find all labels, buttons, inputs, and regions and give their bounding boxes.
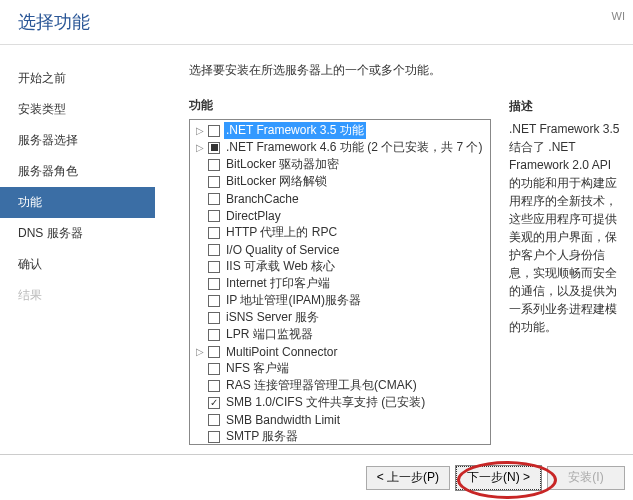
- feature-label[interactable]: BranchCache: [224, 192, 301, 206]
- features-tree[interactable]: ▷.NET Framework 3.5 功能▷.NET Framework 4.…: [189, 119, 491, 445]
- feature-label[interactable]: RAS 连接管理器管理工具包(CMAK): [224, 377, 419, 394]
- feature-label[interactable]: IIS 可承载 Web 核心: [224, 258, 337, 275]
- feature-label[interactable]: iSNS Server 服务: [224, 309, 321, 326]
- feature-label[interactable]: BitLocker 驱动器加密: [224, 156, 341, 173]
- feature-tree-item[interactable]: IP 地址管理(IPAM)服务器: [190, 292, 490, 309]
- sidebar-step[interactable]: 安装类型: [0, 94, 155, 125]
- feature-tree-item[interactable]: ▷MultiPoint Connector: [190, 343, 490, 360]
- feature-label[interactable]: BitLocker 网络解锁: [224, 173, 329, 190]
- header-divider: [0, 44, 633, 45]
- features-section-label: 功能: [189, 97, 491, 114]
- sidebar-step[interactable]: 服务器选择: [0, 125, 155, 156]
- feature-tree-item[interactable]: SMB Bandwidth Limit: [190, 411, 490, 428]
- feature-checkbox[interactable]: [208, 363, 220, 375]
- feature-checkbox[interactable]: [208, 329, 220, 341]
- feature-tree-item[interactable]: SMB 1.0/CIFS 文件共享支持 (已安装): [190, 394, 490, 411]
- feature-tree-item[interactable]: Internet 打印客户端: [190, 275, 490, 292]
- feature-tree-item[interactable]: LPR 端口监视器: [190, 326, 490, 343]
- instruction-text: 选择要安装在所选服务器上的一个或多个功能。: [189, 62, 491, 79]
- feature-tree-item[interactable]: RAS 连接管理器管理工具包(CMAK): [190, 377, 490, 394]
- feature-label[interactable]: HTTP 代理上的 RPC: [224, 224, 339, 241]
- tree-expander-icon[interactable]: ▷: [194, 142, 206, 153]
- feature-tree-item[interactable]: IIS 可承载 Web 核心: [190, 258, 490, 275]
- feature-checkbox[interactable]: [208, 210, 220, 222]
- feature-label[interactable]: MultiPoint Connector: [224, 345, 339, 359]
- header-corner-text: WI: [612, 10, 625, 22]
- description-text: .NET Framework 3.5 结合了 .NET Framework 2.…: [509, 120, 623, 336]
- next-button[interactable]: 下一步(N) >: [456, 466, 541, 490]
- wizard-footer: < 上一步(P) 下一步(N) > 安装(I): [0, 454, 633, 500]
- sidebar-step[interactable]: 功能: [0, 187, 155, 218]
- feature-label[interactable]: .NET Framework 4.6 功能 (2 个已安装，共 7 个): [224, 139, 484, 156]
- feature-checkbox[interactable]: [208, 397, 220, 409]
- tree-expander-icon[interactable]: ▷: [194, 125, 206, 136]
- feature-label[interactable]: SMTP 服务器: [224, 428, 300, 445]
- sidebar-step[interactable]: DNS 服务器: [0, 218, 155, 249]
- feature-checkbox[interactable]: [208, 380, 220, 392]
- feature-label[interactable]: SMB Bandwidth Limit: [224, 413, 342, 427]
- feature-tree-item[interactable]: HTTP 代理上的 RPC: [190, 224, 490, 241]
- feature-checkbox[interactable]: [208, 125, 220, 137]
- install-button[interactable]: 安装(I): [547, 466, 625, 490]
- feature-checkbox[interactable]: [208, 142, 220, 154]
- feature-checkbox[interactable]: [208, 244, 220, 256]
- feature-label[interactable]: IP 地址管理(IPAM)服务器: [224, 292, 363, 309]
- feature-checkbox[interactable]: [208, 312, 220, 324]
- feature-tree-item[interactable]: ▷.NET Framework 3.5 功能: [190, 122, 490, 139]
- feature-label[interactable]: LPR 端口监视器: [224, 326, 315, 343]
- wizard-steps-sidebar: 开始之前安装类型服务器选择服务器角色功能DNS 服务器确认结果: [0, 48, 155, 454]
- feature-checkbox[interactable]: [208, 176, 220, 188]
- feature-checkbox[interactable]: [208, 346, 220, 358]
- sidebar-step[interactable]: 开始之前: [0, 63, 155, 94]
- feature-tree-item[interactable]: BitLocker 网络解锁: [190, 173, 490, 190]
- feature-checkbox[interactable]: [208, 278, 220, 290]
- tree-expander-icon[interactable]: ▷: [194, 346, 206, 357]
- feature-checkbox[interactable]: [208, 261, 220, 273]
- feature-tree-item[interactable]: SMTP 服务器: [190, 428, 490, 445]
- feature-label[interactable]: Internet 打印客户端: [224, 275, 332, 292]
- back-button[interactable]: < 上一步(P): [366, 466, 450, 490]
- feature-tree-item[interactable]: iSNS Server 服务: [190, 309, 490, 326]
- feature-label[interactable]: SMB 1.0/CIFS 文件共享支持 (已安装): [224, 394, 427, 411]
- sidebar-step[interactable]: 确认: [0, 249, 155, 280]
- feature-tree-item[interactable]: BitLocker 驱动器加密: [190, 156, 490, 173]
- feature-checkbox[interactable]: [208, 295, 220, 307]
- feature-label[interactable]: .NET Framework 3.5 功能: [224, 122, 366, 139]
- feature-checkbox[interactable]: [208, 159, 220, 171]
- feature-checkbox[interactable]: [208, 414, 220, 426]
- feature-label[interactable]: DirectPlay: [224, 209, 283, 223]
- feature-checkbox[interactable]: [208, 227, 220, 239]
- sidebar-step: 结果: [0, 280, 155, 311]
- feature-tree-item[interactable]: ▷.NET Framework 4.6 功能 (2 个已安装，共 7 个): [190, 139, 490, 156]
- description-section-label: 描述: [509, 98, 623, 115]
- feature-checkbox[interactable]: [208, 193, 220, 205]
- feature-tree-item[interactable]: NFS 客户端: [190, 360, 490, 377]
- feature-tree-item[interactable]: BranchCache: [190, 190, 490, 207]
- feature-label[interactable]: NFS 客户端: [224, 360, 291, 377]
- feature-label[interactable]: I/O Quality of Service: [224, 243, 341, 257]
- sidebar-step[interactable]: 服务器角色: [0, 156, 155, 187]
- feature-checkbox[interactable]: [208, 431, 220, 443]
- page-title: 选择功能: [18, 10, 615, 34]
- feature-tree-item[interactable]: I/O Quality of Service: [190, 241, 490, 258]
- feature-tree-item[interactable]: DirectPlay: [190, 207, 490, 224]
